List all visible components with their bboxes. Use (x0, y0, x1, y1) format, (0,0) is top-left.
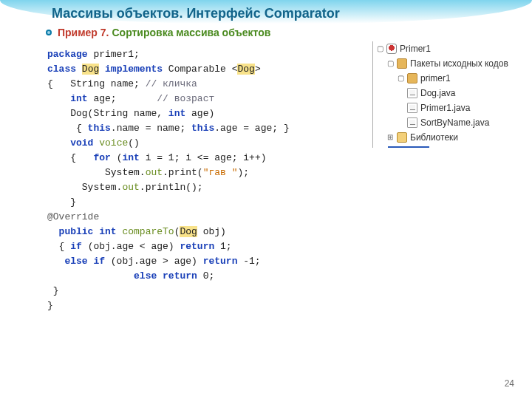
tree-label: Библиотеки (410, 130, 458, 145)
tree-label: Primer1.java (420, 100, 470, 115)
tree-package[interactable]: ▢ primer1 (376, 71, 520, 86)
java-file-icon (407, 117, 417, 128)
tree-label: Primer1 (400, 41, 431, 56)
tree-file[interactable]: Primer1.java (376, 100, 520, 115)
tree-file[interactable]: Dog.java (376, 86, 520, 100)
tree-file[interactable]: SortByName.java (376, 115, 520, 130)
tree-label: primer1 (420, 71, 451, 86)
tree-root[interactable]: ▢ Primer1 (376, 41, 520, 56)
package-folder-icon (397, 58, 407, 69)
package-icon (407, 73, 417, 83)
java-file-icon (407, 103, 417, 113)
slide-title: Массивы объектов. Интерфейс Comparator (52, 6, 340, 21)
page-number: 24 (505, 378, 514, 389)
subtitle-red: Пример 7. (58, 27, 109, 38)
tree-src-packages[interactable]: ▢ Пакеты исходных кодов (376, 56, 520, 71)
expand-icon[interactable]: ⊞ (386, 130, 394, 145)
tree-label: SortByName.java (420, 115, 489, 130)
tree-libraries[interactable]: ⊞ Библиотеки (376, 130, 520, 145)
tree-label: Dog.java (420, 86, 455, 100)
library-icon (397, 132, 407, 143)
expand-icon[interactable]: ▢ (386, 56, 394, 71)
expand-icon[interactable]: ▢ (397, 71, 404, 86)
java-file-icon (407, 88, 417, 98)
bullet-icon (46, 30, 52, 35)
subtitle: Пример 7. Сортировка массива объектов (46, 27, 270, 38)
expand-icon[interactable]: ▢ (376, 41, 383, 56)
underline-accent (388, 146, 429, 148)
project-tree: ▢ Primer1 ▢ Пакеты исходных кодов ▢ prim… (372, 41, 520, 148)
coffee-cup-icon (386, 44, 397, 54)
code-block: package primer1; class Dog implements Co… (47, 47, 365, 387)
subtitle-green: Сортировка массива объектов (112, 27, 270, 38)
tree-label: Пакеты исходных кодов (410, 56, 508, 71)
